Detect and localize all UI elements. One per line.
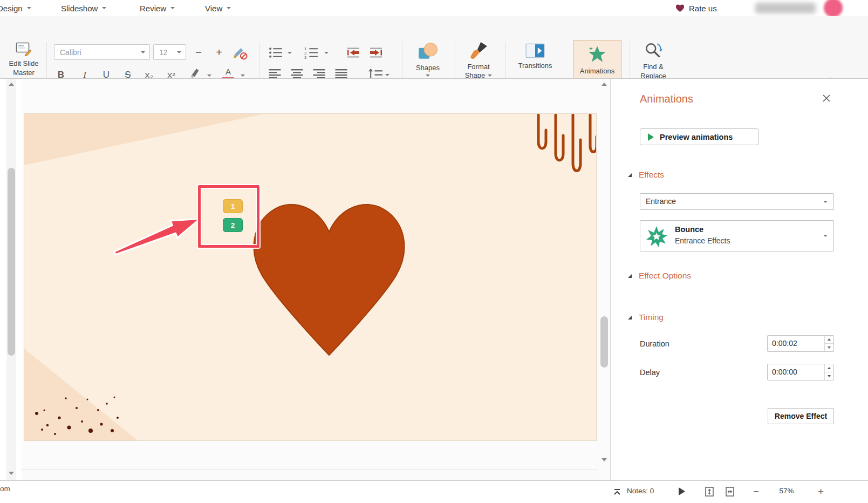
chevron-down-icon xyxy=(170,7,175,9)
fit-slide-button[interactable] xyxy=(705,486,714,499)
transitions-icon xyxy=(525,42,545,59)
edit-slide-master-button[interactable]: Edit Slide Master xyxy=(3,41,44,78)
effect-select[interactable]: Bounce Entrance Effects xyxy=(640,220,834,252)
rate-us-button[interactable]: Rate us xyxy=(675,0,717,16)
svg-text:3: 3 xyxy=(304,55,306,59)
increment-font-size-button[interactable]: + xyxy=(209,44,229,60)
chevron-down-icon[interactable] xyxy=(241,74,245,77)
chevron-down-icon[interactable] xyxy=(324,52,329,54)
edit-slide-master-icon xyxy=(16,41,32,56)
format-shape-label-line1: Format xyxy=(467,63,489,71)
shapes-button[interactable]: Shapes xyxy=(408,41,447,77)
animation-order-badge-1[interactable]: 1 xyxy=(223,199,243,213)
close-panel-button[interactable] xyxy=(822,94,832,104)
effect-type-value: Entrance xyxy=(646,197,676,206)
animation-order-badge-2[interactable]: 2 xyxy=(223,218,243,232)
chevron-down-icon[interactable] xyxy=(385,74,389,76)
scroll-up-icon[interactable] xyxy=(9,83,14,86)
increase-indent-icon xyxy=(368,46,384,59)
fit-width-icon xyxy=(725,486,735,497)
remove-effect-label: Remove Effect xyxy=(775,412,827,420)
numbering-button[interactable]: 1 2 3 xyxy=(304,46,319,61)
start-slideshow-button[interactable] xyxy=(679,487,685,498)
find-replace-icon xyxy=(644,41,663,60)
align-justify-icon xyxy=(335,69,347,79)
transitions-button[interactable]: Transitions xyxy=(514,42,557,70)
duration-input[interactable]: 0:00:02 xyxy=(767,335,834,352)
delay-value: 0:00:00 xyxy=(772,368,797,376)
increase-indent-button[interactable] xyxy=(368,46,384,61)
menu-design[interactable]: Design xyxy=(0,0,31,16)
find-replace-label-line1: Find & xyxy=(643,63,664,71)
slide[interactable]: 1 2 xyxy=(24,114,596,440)
notes-count-label[interactable]: Notes: 0 xyxy=(627,487,654,495)
horizontal-scrollbar[interactable] xyxy=(22,469,598,481)
scrollbar-thumb[interactable] xyxy=(8,168,15,356)
spinner-up-icon[interactable] xyxy=(825,364,833,372)
chevron-down-icon xyxy=(426,74,430,77)
heart-icon xyxy=(675,4,685,12)
chevron-down-icon xyxy=(488,74,492,77)
format-shape-button[interactable]: Format Shape xyxy=(459,41,498,80)
scroll-up-icon[interactable] xyxy=(602,83,607,86)
spinner-down-icon[interactable] xyxy=(825,372,833,380)
spinner-up-icon[interactable] xyxy=(825,336,833,344)
bounce-effect-icon xyxy=(646,226,667,247)
scrollbar-thumb[interactable] xyxy=(600,316,608,368)
remove-effect-button[interactable]: Remove Effect xyxy=(768,408,834,424)
clear-style-icon xyxy=(233,45,248,60)
rate-us-label: Rate us xyxy=(689,4,717,13)
shapes-icon xyxy=(418,41,438,62)
menu-slideshow[interactable]: Slideshow xyxy=(61,0,106,16)
font-color-button[interactable]: A xyxy=(222,67,234,80)
decrement-font-size-button[interactable]: − xyxy=(189,44,208,60)
chevron-down-icon[interactable] xyxy=(207,74,211,77)
zoom-level-value: 57% xyxy=(775,487,798,495)
chevron-down-icon[interactable] xyxy=(288,52,292,54)
effect-options-section-header[interactable]: Effect Options xyxy=(628,271,691,281)
preview-animations-button[interactable]: Preview animations xyxy=(640,128,758,145)
menu-view-label: View xyxy=(205,4,222,13)
scroll-down-icon[interactable] xyxy=(602,458,607,461)
find-replace-button[interactable]: Find & Replace xyxy=(632,41,674,81)
bullets-button[interactable] xyxy=(269,46,283,61)
duration-label: Duration xyxy=(640,339,669,348)
menu-design-label: Design xyxy=(0,4,23,13)
clear-style-button[interactable] xyxy=(233,45,248,62)
effect-options-header-label: Effect Options xyxy=(639,271,691,281)
toolbar: Edit Slide Master Calibri 12 − + xyxy=(0,16,868,78)
collapse-notes-button[interactable] xyxy=(613,488,621,498)
menubar: Design Slideshow Review View Rate us xyxy=(0,0,868,16)
timing-section-header[interactable]: Timing xyxy=(628,312,664,322)
delay-input[interactable]: 0:00:00 xyxy=(767,364,834,380)
align-right-icon xyxy=(313,69,325,79)
align-left-icon xyxy=(269,69,281,79)
delay-spinner xyxy=(824,364,833,380)
zoom-in-button[interactable]: + xyxy=(818,486,824,497)
menu-view[interactable]: View xyxy=(205,0,231,16)
play-icon xyxy=(679,487,685,495)
thumbnails-scrollbar[interactable] xyxy=(6,79,16,481)
slide-canvas[interactable]: 1 2 xyxy=(22,79,598,481)
avatar[interactable] xyxy=(824,0,843,17)
effects-section-header[interactable]: Effects xyxy=(628,170,664,180)
badge-2-number: 2 xyxy=(231,221,235,229)
font-size-select[interactable]: 12 xyxy=(153,44,186,60)
menu-review[interactable]: Review xyxy=(140,0,175,16)
slide-artwork xyxy=(24,114,596,440)
timing-header-label: Timing xyxy=(639,312,664,322)
effect-type-select[interactable]: Entrance xyxy=(640,193,834,210)
spinner-down-icon[interactable] xyxy=(825,344,833,351)
canvas-vertical-scrollbar[interactable] xyxy=(598,79,610,481)
decrease-indent-button[interactable] xyxy=(346,46,361,61)
chevron-down-icon xyxy=(227,7,231,9)
font-name-select[interactable]: Calibri xyxy=(54,44,150,60)
scroll-down-icon[interactable] xyxy=(9,472,14,475)
animations-panel: Animations Preview animations Effects En… xyxy=(611,79,868,481)
zoom-out-button[interactable]: − xyxy=(753,486,759,497)
panel-title: Animations xyxy=(640,93,693,105)
fit-width-button[interactable] xyxy=(725,486,735,499)
animations-label: Animations xyxy=(580,67,614,76)
chevron-down-icon xyxy=(177,51,181,53)
shapes-label: Shapes xyxy=(416,64,440,72)
